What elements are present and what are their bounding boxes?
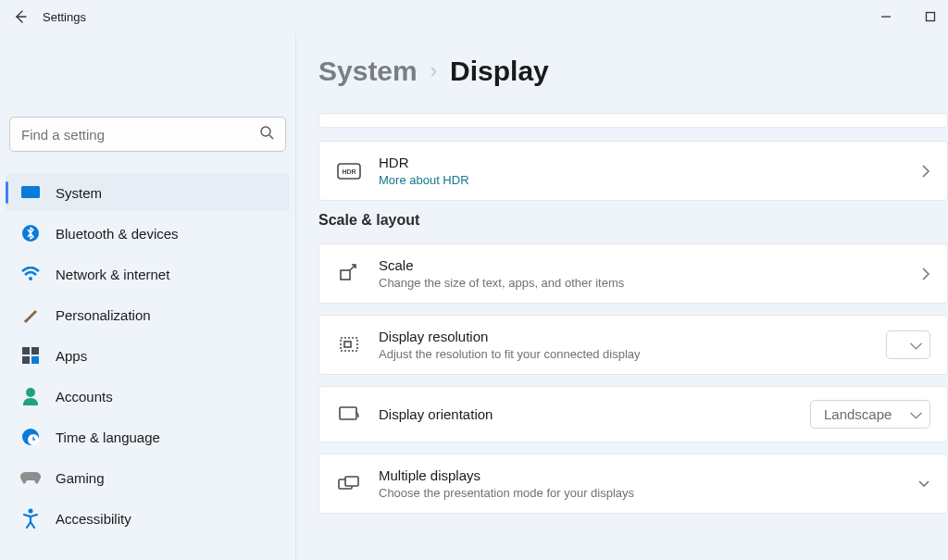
minimize-button[interactable] [878,8,894,25]
window-controls [878,8,948,25]
window-title: Settings [43,10,86,24]
svg-rect-20 [340,407,356,419]
row-subtitle: Adjust the resolution to fit your connec… [379,347,869,361]
maximize-button[interactable] [922,8,939,25]
svg-rect-1 [927,13,935,21]
svg-rect-8 [31,347,39,355]
hdr-icon: HDR [336,158,362,184]
breadcrumb-base[interactable]: System [318,56,418,87]
sidebar-item-personalization[interactable]: Personalization [6,296,290,333]
row-title: Display resolution [379,329,869,344]
search-input[interactable] [9,117,286,152]
row-title: Display orientation [379,406,793,422]
sidebar-item-bluetooth[interactable]: Bluetooth & devices [6,215,290,252]
sidebar-item-label: Network & internet [56,267,169,282]
sidebar-item-label: Accounts [56,389,113,404]
gamepad-icon [20,467,41,488]
row-title: Multiple displays [379,467,901,483]
row-scale[interactable]: Scale Change the size of text, apps, and… [318,243,948,304]
apps-icon [20,345,41,366]
resolution-icon [336,332,362,358]
sidebar-item-accessibility[interactable]: Accessibility [6,500,290,537]
page-title: Display [450,56,549,87]
row-title: Scale [379,257,904,273]
svg-rect-7 [22,347,30,355]
multidisplay-icon [336,471,362,497]
sidebar-item-apps[interactable]: Apps [6,337,290,374]
sidebar-item-time[interactable]: Time & language [6,418,290,455]
sidebar-item-label: Personalization [56,307,151,323]
search-icon [259,125,274,143]
title-bar: Settings [0,0,948,33]
svg-rect-18 [341,338,357,351]
row-orientation[interactable]: Display orientation Landscape [318,386,948,442]
svg-rect-19 [344,342,351,347]
card-edge-strip [318,113,948,128]
search-field[interactable] [21,127,259,143]
row-multiple-displays[interactable]: Multiple displays Choose the presentatio… [318,454,948,514]
svg-rect-10 [31,356,39,364]
sidebar: System Bluetooth & devices Network & int… [0,33,296,560]
row-hdr[interactable]: HDR HDR More about HDR [318,141,948,201]
chevron-right-icon [921,267,930,281]
arrow-left-icon [13,9,28,24]
orientation-icon [336,402,362,428]
svg-rect-17 [341,270,350,280]
main-content: System › Display HDR HDR More about HDR … [296,33,948,560]
row-resolution[interactable]: Display resolution Adjust the resolution… [318,315,948,375]
sidebar-item-label: Bluetooth & devices [56,226,179,242]
wifi-icon [20,264,41,284]
row-link[interactable]: More about HDR [379,173,904,187]
display-icon [20,182,41,203]
sidebar-item-label: Accessibility [56,511,131,527]
sidebar-item-label: Gaming [56,470,105,486]
chevron-down-icon [917,479,930,489]
accessibility-icon [20,508,41,529]
orientation-select[interactable]: Landscape [810,400,930,429]
svg-line-3 [269,135,273,139]
resolution-select[interactable] [886,330,930,359]
nav-list: System Bluetooth & devices Network & int… [6,174,290,537]
chevron-right-icon: › [430,59,437,83]
scale-icon [336,261,362,287]
svg-rect-9 [22,356,30,364]
row-title: HDR [379,155,904,170]
row-subtitle: Change the size of text, apps, and other… [379,276,904,290]
bluetooth-icon [20,223,41,243]
sidebar-item-label: System [56,185,102,201]
breadcrumb: System › Display [318,56,948,87]
sidebar-item-accounts[interactable]: Accounts [6,378,290,415]
svg-point-14 [29,509,33,514]
sidebar-item-gaming[interactable]: Gaming [6,459,290,496]
person-icon [20,386,41,406]
chevron-right-icon [921,164,930,179]
globe-clock-icon [20,427,41,447]
svg-rect-4 [21,186,40,198]
sidebar-item-network[interactable]: Network & internet [6,255,290,292]
svg-rect-22 [345,477,358,486]
orientation-value: Landscape [824,406,892,422]
svg-point-11 [26,388,35,397]
section-scale-layout: Scale & layout [318,212,948,229]
svg-point-2 [261,127,270,136]
sidebar-item-label: Time & language [56,429,160,445]
sidebar-item-label: Apps [56,348,87,364]
sidebar-item-system[interactable]: System [6,174,290,211]
svg-point-6 [29,277,32,280]
paintbrush-icon [20,305,41,325]
row-subtitle: Choose the presentation mode for your di… [379,486,901,500]
back-button[interactable] [9,6,31,28]
svg-text:HDR: HDR [342,168,356,175]
